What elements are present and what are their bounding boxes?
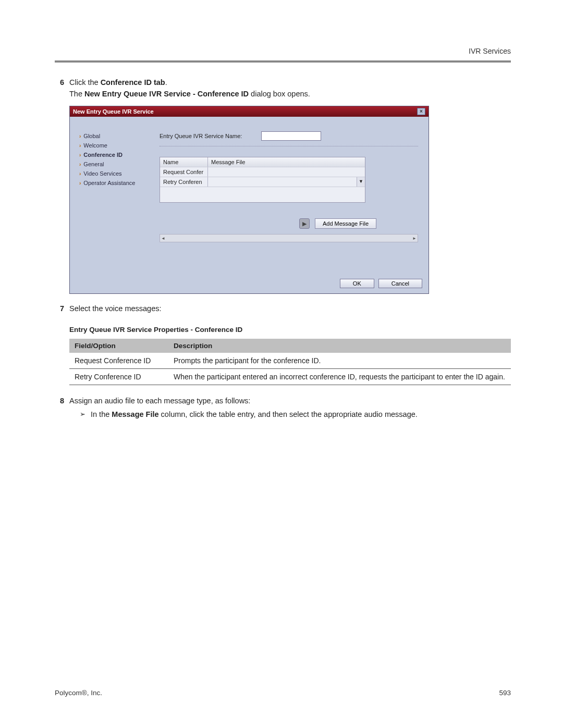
dropdown-arrow-icon[interactable]: ▼ bbox=[357, 177, 365, 187]
dialog-title-text: New Entry Queue IVR Service bbox=[73, 108, 154, 115]
col-field-header: Field/Option bbox=[69, 339, 168, 353]
step-7-text: Select the voice messages: bbox=[69, 304, 511, 313]
step-6-subtext: The New Entry Queue IVR Service - Confer… bbox=[69, 90, 511, 98]
dialog-sidebar: ›Global ›Welcome ›Conference ID ›General… bbox=[75, 122, 156, 276]
row-name: Retry Conferen bbox=[160, 177, 208, 187]
properties-table: Field/Option Description Request Confere… bbox=[69, 339, 511, 385]
chevron-right-icon: › bbox=[79, 143, 81, 149]
service-name-input[interactable] bbox=[261, 131, 321, 141]
add-message-file-button[interactable]: Add Message File bbox=[315, 218, 376, 229]
properties-table-title: Entry Queue IVR Service Properties - Con… bbox=[69, 326, 511, 334]
step-7-number: 7 bbox=[55, 304, 69, 313]
page-header: IVR Services bbox=[55, 47, 511, 63]
message-table: Name Message File Request Confer Retry C… bbox=[160, 157, 365, 203]
chevron-right-icon: › bbox=[79, 152, 81, 158]
message-table-header: Name Message File bbox=[160, 157, 365, 167]
step-6: 6 Click the Conference ID tab. bbox=[55, 78, 511, 87]
desc-cell: Prompts the participant for the conferen… bbox=[168, 353, 511, 369]
step-6-text: Click the Conference ID tab. bbox=[69, 78, 511, 87]
dialog-titlebar: New Entry Queue IVR Service × bbox=[70, 106, 429, 117]
col-name-header: Name bbox=[160, 157, 208, 167]
footer-page-number: 593 bbox=[499, 689, 511, 697]
sidebar-item-welcome[interactable]: ›Welcome bbox=[79, 141, 154, 150]
dialog-main: Entry Queue IVR Service Name: Name Messa… bbox=[156, 122, 423, 276]
step-7: 7 Select the voice messages: bbox=[55, 304, 511, 313]
dialog-screenshot: New Entry Queue IVR Service × ›Global ›W… bbox=[69, 106, 429, 294]
row-file[interactable] bbox=[208, 177, 357, 187]
footer-company: Polycom®, Inc. bbox=[55, 689, 102, 697]
field-cell: Request Conference ID bbox=[69, 353, 168, 369]
chevron-right-icon: › bbox=[79, 133, 81, 139]
row-name: Request Confer bbox=[160, 167, 208, 177]
page-footer: Polycom®, Inc. 593 bbox=[55, 689, 511, 697]
sidebar-item-global[interactable]: ›Global bbox=[79, 131, 154, 141]
dialog: New Entry Queue IVR Service × ›Global ›W… bbox=[69, 106, 429, 294]
table-row-empty bbox=[160, 187, 365, 202]
chevron-right-icon: › bbox=[79, 171, 81, 177]
sidebar-item-conference-id[interactable]: ›Conference ID bbox=[79, 150, 154, 159]
col-file-header: Message File bbox=[208, 157, 365, 167]
section-title: IVR Services bbox=[469, 47, 511, 55]
step-6-number: 6 bbox=[55, 78, 69, 87]
ok-button[interactable]: OK bbox=[340, 279, 374, 288]
sidebar-item-video-services[interactable]: ›Video Services bbox=[79, 169, 154, 178]
table-row: Request Conference ID Prompts the partic… bbox=[69, 353, 511, 369]
step-8-bullet: ➢ In the Message File column, click the … bbox=[80, 410, 511, 418]
close-icon[interactable]: × bbox=[417, 108, 425, 115]
step-8-number: 8 bbox=[55, 397, 69, 405]
horizontal-scrollbar[interactable]: ◄ ► bbox=[160, 234, 418, 242]
cancel-button[interactable]: Cancel bbox=[378, 279, 422, 288]
step-8: 8 Assign an audio file to each message t… bbox=[55, 397, 511, 405]
scroll-right-icon[interactable]: ► bbox=[412, 236, 417, 241]
sidebar-item-general[interactable]: ›General bbox=[79, 159, 154, 169]
scroll-left-icon[interactable]: ◄ bbox=[161, 236, 165, 241]
step-8-text: Assign an audio file to each message typ… bbox=[69, 397, 511, 405]
table-row: Retry Conference ID When the participant… bbox=[69, 369, 511, 385]
bullet-arrow-icon: ➢ bbox=[80, 410, 85, 418]
service-name-label: Entry Queue IVR Service Name: bbox=[160, 133, 261, 139]
field-cell: Retry Conference ID bbox=[69, 369, 168, 385]
play-icon[interactable]: ▶ bbox=[299, 218, 310, 229]
desc-cell: When the participant entered an incorrec… bbox=[168, 369, 511, 385]
chevron-right-icon: › bbox=[79, 162, 81, 167]
chevron-right-icon: › bbox=[79, 180, 81, 186]
sidebar-item-operator-assistance[interactable]: ›Operator Assistance bbox=[79, 178, 154, 188]
table-row[interactable]: Retry Conferen ▼ bbox=[160, 177, 365, 187]
separator bbox=[160, 146, 418, 146]
col-desc-header: Description bbox=[168, 339, 511, 353]
row-file[interactable] bbox=[208, 167, 365, 177]
table-row[interactable]: Request Confer bbox=[160, 167, 365, 177]
